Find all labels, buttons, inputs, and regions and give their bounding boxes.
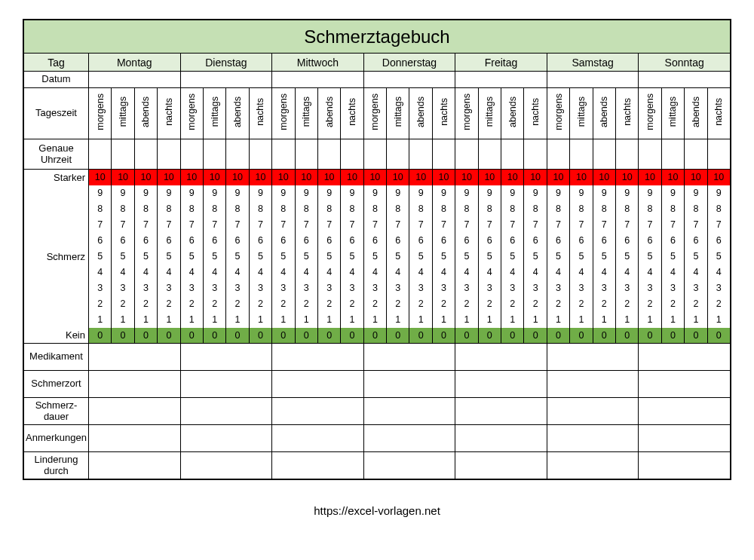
scale-cell[interactable]: 9 <box>363 185 386 201</box>
scale-cell[interactable]: 5 <box>226 249 249 265</box>
scale-cell[interactable]: 6 <box>158 233 180 249</box>
scale-cell[interactable]: 5 <box>158 249 180 265</box>
bottom-cell[interactable] <box>639 452 731 479</box>
bottom-cell[interactable] <box>272 371 364 398</box>
scale-cell[interactable]: 10 <box>134 170 157 185</box>
scale-cell[interactable]: 9 <box>707 185 730 201</box>
scale-cell[interactable]: 2 <box>295 296 317 312</box>
scale-cell[interactable]: 3 <box>249 280 271 296</box>
bottom-cell[interactable] <box>547 344 639 371</box>
scale-cell[interactable]: 1 <box>134 312 157 328</box>
scale-cell[interactable]: 7 <box>363 217 386 233</box>
scale-cell[interactable]: 2 <box>547 296 569 312</box>
uhrzeit-cell[interactable] <box>478 139 501 170</box>
scale-cell[interactable]: 1 <box>524 312 547 328</box>
scale-cell[interactable]: 10 <box>661 170 684 185</box>
scale-cell[interactable]: 3 <box>158 280 180 296</box>
scale-cell[interactable]: 6 <box>226 233 249 249</box>
scale-cell[interactable]: 9 <box>593 185 615 201</box>
scale-cell[interactable]: 3 <box>226 280 249 296</box>
scale-cell[interactable]: 0 <box>89 328 112 344</box>
scale-cell[interactable]: 8 <box>478 201 501 217</box>
scale-cell[interactable]: 3 <box>432 280 455 296</box>
scale-cell[interactable]: 5 <box>317 249 340 265</box>
bottom-cell[interactable] <box>639 344 731 371</box>
scale-cell[interactable]: 4 <box>409 265 432 280</box>
scale-cell[interactable]: 2 <box>432 296 455 312</box>
scale-cell[interactable]: 6 <box>661 233 684 249</box>
scale-cell[interactable]: 5 <box>249 249 271 265</box>
scale-cell[interactable]: 7 <box>249 217 271 233</box>
scale-cell[interactable]: 4 <box>661 265 684 280</box>
scale-cell[interactable]: 3 <box>547 280 569 296</box>
scale-cell[interactable]: 5 <box>639 249 661 265</box>
scale-cell[interactable]: 3 <box>685 280 707 296</box>
scale-cell[interactable]: 1 <box>547 312 569 328</box>
bottom-cell[interactable] <box>180 371 272 398</box>
scale-cell[interactable]: 4 <box>639 265 661 280</box>
scale-cell[interactable]: 9 <box>203 185 225 201</box>
scale-cell[interactable]: 5 <box>203 249 225 265</box>
scale-cell[interactable]: 10 <box>570 170 593 185</box>
bottom-cell[interactable] <box>455 452 547 479</box>
scale-cell[interactable]: 1 <box>409 312 432 328</box>
scale-cell[interactable]: 10 <box>478 170 501 185</box>
bottom-cell[interactable] <box>639 398 731 425</box>
scale-cell[interactable]: 10 <box>341 170 363 185</box>
scale-cell[interactable]: 2 <box>639 296 661 312</box>
scale-cell[interactable]: 10 <box>685 170 707 185</box>
scale-cell[interactable]: 3 <box>180 280 203 296</box>
scale-cell[interactable]: 5 <box>615 249 638 265</box>
scale-cell[interactable]: 0 <box>707 328 730 344</box>
scale-cell[interactable]: 8 <box>180 201 203 217</box>
bottom-cell[interactable] <box>180 425 272 452</box>
scale-cell[interactable]: 2 <box>134 296 157 312</box>
scale-cell[interactable]: 1 <box>615 312 638 328</box>
scale-cell[interactable]: 3 <box>203 280 225 296</box>
bottom-cell[interactable] <box>272 452 364 479</box>
scale-cell[interactable]: 1 <box>685 312 707 328</box>
scale-cell[interactable]: 0 <box>455 328 478 344</box>
scale-cell[interactable]: 2 <box>363 296 386 312</box>
scale-cell[interactable]: 5 <box>455 249 478 265</box>
scale-cell[interactable]: 0 <box>317 328 340 344</box>
scale-cell[interactable]: 0 <box>524 328 547 344</box>
scale-cell[interactable]: 8 <box>317 201 340 217</box>
bottom-cell[interactable] <box>272 344 364 371</box>
scale-cell[interactable]: 6 <box>409 233 432 249</box>
scale-cell[interactable]: 1 <box>387 312 409 328</box>
scale-cell[interactable]: 3 <box>707 280 730 296</box>
scale-cell[interactable]: 6 <box>432 233 455 249</box>
scale-cell[interactable]: 0 <box>432 328 455 344</box>
datum-cell[interactable] <box>363 72 455 88</box>
bottom-cell[interactable] <box>89 398 181 425</box>
scale-cell[interactable]: 1 <box>249 312 271 328</box>
scale-cell[interactable]: 0 <box>547 328 569 344</box>
scale-cell[interactable]: 8 <box>363 201 386 217</box>
scale-cell[interactable]: 8 <box>455 201 478 217</box>
scale-cell[interactable]: 4 <box>89 265 112 280</box>
scale-cell[interactable]: 6 <box>455 233 478 249</box>
uhrzeit-cell[interactable] <box>363 139 386 170</box>
scale-cell[interactable]: 1 <box>226 312 249 328</box>
scale-cell[interactable]: 10 <box>295 170 317 185</box>
scale-cell[interactable]: 9 <box>570 185 593 201</box>
scale-cell[interactable]: 6 <box>89 233 112 249</box>
scale-cell[interactable]: 4 <box>272 265 295 280</box>
scale-cell[interactable]: 1 <box>593 312 615 328</box>
scale-cell[interactable]: 6 <box>639 233 661 249</box>
scale-cell[interactable]: 0 <box>180 328 203 344</box>
scale-cell[interactable]: 9 <box>524 185 547 201</box>
bottom-cell[interactable] <box>639 371 731 398</box>
scale-cell[interactable]: 9 <box>455 185 478 201</box>
scale-cell[interactable]: 3 <box>295 280 317 296</box>
scale-cell[interactable]: 3 <box>615 280 638 296</box>
scale-cell[interactable]: 7 <box>180 217 203 233</box>
bottom-cell[interactable] <box>363 398 455 425</box>
scale-cell[interactable]: 8 <box>134 201 157 217</box>
scale-cell[interactable]: 3 <box>593 280 615 296</box>
bottom-cell[interactable] <box>547 398 639 425</box>
uhrzeit-cell[interactable] <box>387 139 409 170</box>
scale-cell[interactable]: 6 <box>593 233 615 249</box>
scale-cell[interactable]: 6 <box>570 233 593 249</box>
